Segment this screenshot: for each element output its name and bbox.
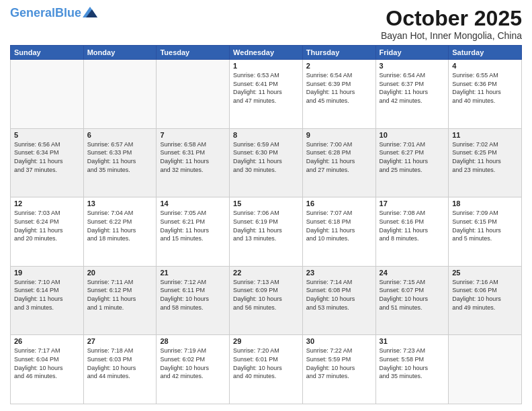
day-info: Sunrise: 7:02 AM Sunset: 6:25 PM Dayligh… bbox=[452, 140, 518, 174]
day-number: 11 bbox=[452, 131, 518, 139]
calendar-cell bbox=[449, 335, 522, 404]
day-number: 5 bbox=[14, 131, 80, 139]
day-number: 16 bbox=[306, 199, 372, 208]
calendar-cell: 31Sunrise: 7:23 AM Sunset: 5:58 PM Dayli… bbox=[375, 335, 449, 404]
calendar-cell: 25Sunrise: 7:16 AM Sunset: 6:06 PM Dayli… bbox=[449, 266, 522, 335]
calendar-cell: 16Sunrise: 7:07 AM Sunset: 6:18 PM Dayli… bbox=[302, 197, 375, 267]
calendar-week-row: 19Sunrise: 7:10 AM Sunset: 6:14 PM Dayli… bbox=[11, 266, 522, 335]
calendar-cell: 7Sunrise: 6:58 AM Sunset: 6:31 PM Daylig… bbox=[157, 128, 230, 197]
day-info: Sunrise: 6:53 AM Sunset: 6:41 PM Dayligh… bbox=[233, 71, 299, 105]
calendar-header-friday: Friday bbox=[375, 46, 449, 60]
day-number: 1 bbox=[233, 62, 299, 70]
day-number: 28 bbox=[160, 337, 226, 345]
calendar-header-monday: Monday bbox=[83, 46, 157, 60]
day-info: Sunrise: 6:54 AM Sunset: 6:39 PM Dayligh… bbox=[306, 71, 372, 105]
day-info: Sunrise: 6:58 AM Sunset: 6:31 PM Dayligh… bbox=[160, 140, 226, 174]
day-info: Sunrise: 7:11 AM Sunset: 6:12 PM Dayligh… bbox=[87, 278, 153, 312]
day-number: 4 bbox=[452, 62, 518, 70]
day-number: 6 bbox=[87, 131, 153, 139]
calendar-header-wednesday: Wednesday bbox=[230, 46, 303, 60]
calendar-week-row: 26Sunrise: 7:17 AM Sunset: 6:04 PM Dayli… bbox=[11, 335, 522, 404]
calendar-table: SundayMondayTuesdayWednesdayThursdayFrid… bbox=[10, 45, 522, 404]
day-number: 7 bbox=[160, 131, 226, 139]
calendar-cell: 24Sunrise: 7:15 AM Sunset: 6:07 PM Dayli… bbox=[375, 266, 449, 335]
page: GeneralBlue October 2025 Bayan Hot, Inne… bbox=[0, 0, 532, 411]
day-info: Sunrise: 7:03 AM Sunset: 6:24 PM Dayligh… bbox=[14, 209, 80, 242]
day-number: 21 bbox=[160, 269, 226, 277]
calendar-cell: 23Sunrise: 7:14 AM Sunset: 6:08 PM Dayli… bbox=[302, 266, 375, 335]
day-info: Sunrise: 7:18 AM Sunset: 6:03 PM Dayligh… bbox=[87, 347, 153, 380]
day-number: 8 bbox=[233, 131, 299, 139]
day-number: 14 bbox=[160, 199, 226, 208]
calendar-cell: 21Sunrise: 7:12 AM Sunset: 6:11 PM Dayli… bbox=[157, 266, 230, 335]
day-info: Sunrise: 7:01 AM Sunset: 6:27 PM Dayligh… bbox=[380, 140, 445, 174]
calendar-cell: 27Sunrise: 7:18 AM Sunset: 6:03 PM Dayli… bbox=[83, 335, 157, 404]
calendar-header-tuesday: Tuesday bbox=[157, 46, 230, 60]
calendar-cell: 13Sunrise: 7:04 AM Sunset: 6:22 PM Dayli… bbox=[83, 197, 157, 267]
calendar-cell: 1Sunrise: 6:53 AM Sunset: 6:41 PM Daylig… bbox=[230, 60, 303, 129]
calendar-cell bbox=[157, 60, 230, 129]
day-info: Sunrise: 6:56 AM Sunset: 6:34 PM Dayligh… bbox=[14, 140, 80, 174]
calendar-cell: 8Sunrise: 6:59 AM Sunset: 6:30 PM Daylig… bbox=[230, 128, 303, 197]
calendar-cell: 10Sunrise: 7:01 AM Sunset: 6:27 PM Dayli… bbox=[375, 128, 449, 197]
calendar-cell: 26Sunrise: 7:17 AM Sunset: 6:04 PM Dayli… bbox=[11, 335, 84, 404]
day-info: Sunrise: 7:06 AM Sunset: 6:19 PM Dayligh… bbox=[233, 209, 299, 242]
day-info: Sunrise: 6:59 AM Sunset: 6:30 PM Dayligh… bbox=[233, 140, 299, 174]
calendar-cell: 14Sunrise: 7:05 AM Sunset: 6:21 PM Dayli… bbox=[157, 197, 230, 267]
day-info: Sunrise: 6:57 AM Sunset: 6:33 PM Dayligh… bbox=[87, 140, 153, 174]
calendar-week-row: 1Sunrise: 6:53 AM Sunset: 6:41 PM Daylig… bbox=[11, 60, 522, 129]
day-info: Sunrise: 7:10 AM Sunset: 6:14 PM Dayligh… bbox=[14, 278, 80, 312]
day-info: Sunrise: 7:13 AM Sunset: 6:09 PM Dayligh… bbox=[233, 278, 299, 312]
logo-icon bbox=[83, 7, 97, 17]
calendar-cell bbox=[83, 60, 157, 129]
calendar-cell bbox=[11, 60, 84, 129]
calendar-cell: 6Sunrise: 6:57 AM Sunset: 6:33 PM Daylig… bbox=[83, 128, 157, 197]
day-info: Sunrise: 7:17 AM Sunset: 6:04 PM Dayligh… bbox=[14, 347, 80, 380]
day-info: Sunrise: 7:22 AM Sunset: 5:59 PM Dayligh… bbox=[306, 347, 372, 380]
day-number: 29 bbox=[233, 337, 299, 345]
day-number: 19 bbox=[14, 269, 80, 277]
calendar-cell: 28Sunrise: 7:19 AM Sunset: 6:02 PM Dayli… bbox=[157, 335, 230, 404]
day-info: Sunrise: 7:23 AM Sunset: 5:58 PM Dayligh… bbox=[380, 347, 445, 380]
day-info: Sunrise: 7:08 AM Sunset: 6:16 PM Dayligh… bbox=[380, 209, 445, 242]
day-info: Sunrise: 7:14 AM Sunset: 6:08 PM Dayligh… bbox=[306, 278, 372, 312]
subtitle: Bayan Hot, Inner Mongolia, China bbox=[381, 30, 522, 41]
day-number: 17 bbox=[380, 199, 445, 208]
day-number: 18 bbox=[452, 199, 518, 208]
calendar-header-sunday: Sunday bbox=[11, 46, 84, 60]
calendar-cell: 3Sunrise: 6:54 AM Sunset: 6:37 PM Daylig… bbox=[375, 60, 449, 129]
calendar-cell: 17Sunrise: 7:08 AM Sunset: 6:16 PM Dayli… bbox=[375, 197, 449, 267]
calendar-header-saturday: Saturday bbox=[449, 46, 522, 60]
day-info: Sunrise: 7:19 AM Sunset: 6:02 PM Dayligh… bbox=[160, 347, 226, 380]
day-number: 12 bbox=[14, 199, 80, 208]
calendar-header-row: SundayMondayTuesdayWednesdayThursdayFrid… bbox=[11, 46, 522, 60]
calendar-cell: 20Sunrise: 7:11 AM Sunset: 6:12 PM Dayli… bbox=[83, 266, 157, 335]
calendar-cell: 29Sunrise: 7:20 AM Sunset: 6:01 PM Dayli… bbox=[230, 335, 303, 404]
calendar-week-row: 12Sunrise: 7:03 AM Sunset: 6:24 PM Dayli… bbox=[11, 197, 522, 267]
calendar-cell: 15Sunrise: 7:06 AM Sunset: 6:19 PM Dayli… bbox=[230, 197, 303, 267]
day-info: Sunrise: 7:05 AM Sunset: 6:21 PM Dayligh… bbox=[160, 209, 226, 242]
day-number: 15 bbox=[233, 199, 299, 208]
day-info: Sunrise: 7:12 AM Sunset: 6:11 PM Dayligh… bbox=[160, 278, 226, 312]
day-number: 2 bbox=[306, 62, 372, 70]
day-info: Sunrise: 7:07 AM Sunset: 6:18 PM Dayligh… bbox=[306, 209, 372, 242]
calendar-cell: 9Sunrise: 7:00 AM Sunset: 6:28 PM Daylig… bbox=[302, 128, 375, 197]
header: GeneralBlue October 2025 Bayan Hot, Inne… bbox=[10, 7, 522, 41]
day-info: Sunrise: 7:04 AM Sunset: 6:22 PM Dayligh… bbox=[87, 209, 153, 242]
day-number: 10 bbox=[380, 131, 445, 139]
calendar-cell: 5Sunrise: 6:56 AM Sunset: 6:34 PM Daylig… bbox=[11, 128, 84, 197]
day-number: 9 bbox=[306, 131, 372, 139]
day-info: Sunrise: 6:55 AM Sunset: 6:36 PM Dayligh… bbox=[452, 71, 518, 105]
day-info: Sunrise: 6:54 AM Sunset: 6:37 PM Dayligh… bbox=[380, 71, 445, 105]
calendar-cell: 11Sunrise: 7:02 AM Sunset: 6:25 PM Dayli… bbox=[449, 128, 522, 197]
day-number: 23 bbox=[306, 269, 372, 277]
calendar-cell: 30Sunrise: 7:22 AM Sunset: 5:59 PM Dayli… bbox=[302, 335, 375, 404]
day-info: Sunrise: 7:20 AM Sunset: 6:01 PM Dayligh… bbox=[233, 347, 299, 380]
day-number: 26 bbox=[14, 337, 80, 345]
calendar-cell: 4Sunrise: 6:55 AM Sunset: 6:36 PM Daylig… bbox=[449, 60, 522, 129]
calendar-cell: 2Sunrise: 6:54 AM Sunset: 6:39 PM Daylig… bbox=[302, 60, 375, 129]
day-number: 31 bbox=[380, 337, 445, 345]
calendar-header-thursday: Thursday bbox=[302, 46, 375, 60]
day-number: 24 bbox=[380, 269, 445, 277]
calendar-cell: 18Sunrise: 7:09 AM Sunset: 6:15 PM Dayli… bbox=[449, 197, 522, 267]
